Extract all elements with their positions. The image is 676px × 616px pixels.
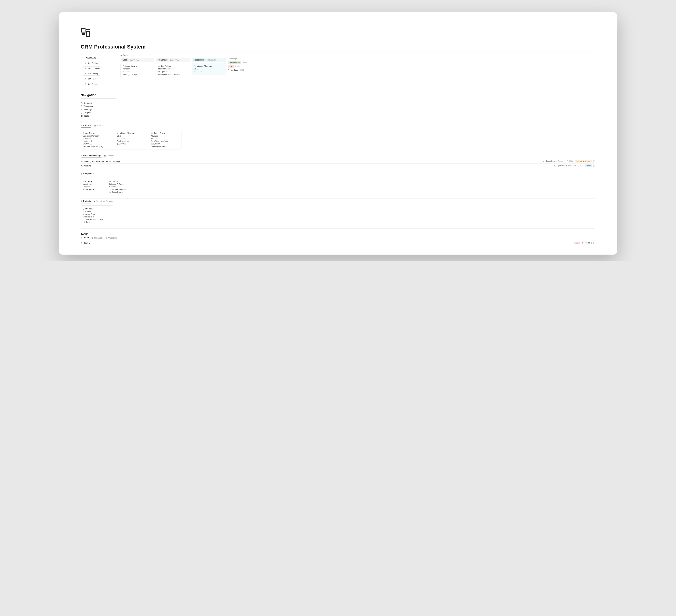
card-name: Michael Memphis <box>196 65 212 67</box>
person-icon <box>83 189 84 190</box>
hidden-closed[interactable]: Closed (Won)$0.00 <box>228 61 247 64</box>
new-contact-label: New Contact <box>88 62 98 64</box>
hidden-closed-chip: Closed (Won) <box>228 61 241 64</box>
nav-projects[interactable]: Projects <box>81 111 116 114</box>
project-card[interactable]: Project 2 Canva Jason Brown Total Tasks:… <box>81 205 113 225</box>
meeting-title: Meeting with the Project Project Manager <box>84 160 121 163</box>
nav-contacts[interactable]: Contacts <box>81 101 116 105</box>
board-card-lead[interactable]: Jason Brown Manager Canva Meeting in 9 d… <box>120 63 154 78</box>
project-done-checkbox[interactable] <box>83 221 84 223</box>
plus-icon <box>83 57 85 59</box>
nostage-icon <box>228 69 229 71</box>
page-title: CRM Professional System <box>81 44 595 50</box>
meeting-checkbox[interactable] <box>594 165 595 167</box>
tab-companies[interactable]: Companies <box>81 173 94 176</box>
building-icon <box>81 105 83 107</box>
checkbox-icon <box>81 115 83 117</box>
tab-archived[interactable]: Archived <box>94 124 104 128</box>
board-label[interactable]: Board <box>123 54 128 56</box>
contact-card[interactable]: Jason Brown Manager Canva New York, New … <box>149 130 181 150</box>
stage-chip-lead[interactable]: Lead <box>122 59 128 61</box>
tab-this-week[interactable]: This Week <box>92 237 103 240</box>
board-area: Board Lead $25,000.00 Jason Brown Manage… <box>120 54 595 78</box>
list-icon <box>81 237 82 239</box>
person-icon <box>151 132 153 134</box>
person-icon <box>554 165 556 167</box>
building-icon <box>151 138 153 139</box>
tab-today[interactable]: Today <box>81 237 89 240</box>
contact-name: Joe Palmer <box>86 132 96 134</box>
building-icon <box>194 71 195 72</box>
list-icon <box>81 155 82 157</box>
people-icon <box>81 160 83 162</box>
card-company: Canva <box>125 70 130 73</box>
divider <box>81 228 595 229</box>
nav-companies[interactable]: Companies <box>81 105 116 108</box>
meeting-row[interactable]: Meeting Tyron Ward February 27, 2024 Zoo… <box>81 164 595 168</box>
board-card-neg[interactable]: Michael Memphis CEO Canva <box>192 63 226 75</box>
task-project: Project 1 <box>585 242 592 244</box>
task-dot-icon <box>81 242 83 244</box>
contact-location: New York, New York <box>151 140 168 142</box>
nav-tasks[interactable]: Tasks <box>81 114 116 118</box>
nav-meetings[interactable]: Meetings <box>81 108 116 111</box>
task-row[interactable]: Task 1 High Project 1 <box>81 240 595 245</box>
company-card[interactable]: Open AI Industry: AI Contacts: Joe Palme… <box>81 178 105 195</box>
company-cards: Open AI Industry: AI Contacts: Joe Palme… <box>81 178 595 195</box>
new-project-button[interactable]: New Project <box>83 82 99 86</box>
person-icon <box>83 213 84 215</box>
hidden-lost[interactable]: Lost$0.00 <box>228 65 247 68</box>
new-task-button[interactable]: New Task <box>83 77 97 81</box>
project-cards: Project 2 Canva Jason Brown Total Tasks:… <box>81 205 595 225</box>
board-card-contact[interactable]: Joe Palmer Marketing Manager Open AI Las… <box>156 63 190 78</box>
contact-role: CEO <box>117 135 121 137</box>
meeting-row[interactable]: Meeting with the Project Project Manager… <box>81 159 595 164</box>
new-company-button[interactable]: New Company <box>83 66 101 70</box>
contact-role: Manager <box>151 135 158 137</box>
tab-contacts[interactable]: Contacts <box>81 124 91 128</box>
tab-unfinished[interactable]: Unfinished <box>106 237 117 240</box>
stage-chip-neg[interactable]: Negotiation <box>193 59 205 61</box>
card-name: Joe Palmer <box>161 65 171 67</box>
person-icon <box>85 62 87 64</box>
tab-calendar-label: Calendar <box>107 155 115 157</box>
contact-card[interactable]: Joe Palmer Marketing Manager Open AI Lon… <box>81 130 113 150</box>
task-checkbox[interactable] <box>594 242 595 244</box>
tab-calendar[interactable]: Calendar <box>104 155 115 158</box>
nav-contacts-label: Contacts <box>84 102 92 104</box>
tab-companies-label: Companies <box>83 173 94 175</box>
hidden-nostage[interactable]: No Stage$0.00 <box>228 69 247 71</box>
company-card[interactable]: Canva Industry: Software Contacts: Micha… <box>107 178 132 195</box>
new-meeting-button[interactable]: New Meeting <box>83 72 100 76</box>
board-hidden-groups: Hidden groups Closed (Won)$0.00 Lost$0.0… <box>228 58 247 71</box>
document-icon <box>85 83 87 85</box>
building-icon <box>122 71 124 72</box>
tab-upcoming-meetings[interactable]: Upcoming Meetings <box>81 155 102 158</box>
contact-amount: $22,000.00 <box>117 143 126 145</box>
collapse-toggle[interactable]: — <box>609 17 613 21</box>
tab-projects[interactable]: Projects <box>81 200 91 203</box>
tasks-tabs: Today This Week Unfinished <box>81 237 595 240</box>
contact-card[interactable]: Michael Memphis CEO Canva Perth, Austral… <box>115 130 147 150</box>
building-icon <box>117 138 119 139</box>
calendar-icon <box>104 155 106 157</box>
divider <box>81 171 595 171</box>
list-icon <box>92 237 93 239</box>
board-col-contact: In Contact $35,000.00 Joe Palmer Marketi… <box>156 58 190 78</box>
stage-chip-contact[interactable]: In Contact <box>158 59 168 61</box>
stage-amount-lead: $25,000.00 <box>130 59 139 61</box>
logo-icon <box>81 28 91 38</box>
tab-completed-projects[interactable]: Completed Projects <box>94 200 113 203</box>
person-icon <box>83 132 84 134</box>
contact-amount: $25,000.00 <box>151 143 160 145</box>
building-icon <box>85 68 87 69</box>
people-icon <box>81 108 83 110</box>
grid-icon <box>94 125 96 127</box>
meeting-checkbox[interactable] <box>594 160 595 162</box>
meeting-person: Jason Brown <box>546 160 556 162</box>
new-contact-button[interactable]: New Contact <box>83 61 100 65</box>
tab-archived-label: Archived <box>97 125 104 127</box>
people-icon <box>85 73 87 74</box>
board-icon <box>120 55 122 56</box>
company-contact: Michael Memphis <box>112 188 126 190</box>
